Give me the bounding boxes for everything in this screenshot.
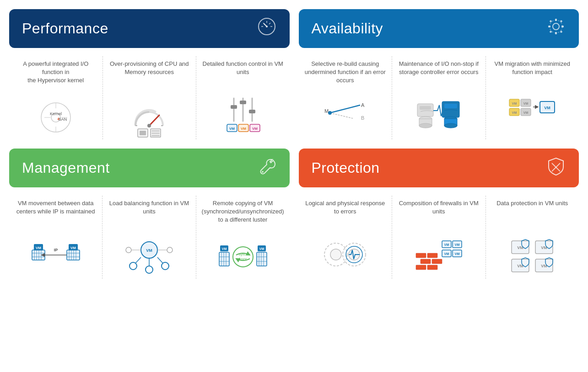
- svg-line-4: [269, 23, 270, 24]
- svg-rect-44: [561, 26, 564, 27]
- performance-features: A powerful integrated I/O function inthe…: [9, 56, 290, 139]
- perf-feature-2-text: Over-provisioning of CPU and Memory reso…: [108, 60, 191, 87]
- svg-line-104: [157, 257, 163, 263]
- perf-feature-1: A powerful integrated I/O function inthe…: [9, 56, 103, 139]
- prot-feature-2-text: Composition of firewalls in VM units: [398, 199, 480, 227]
- svg-rect-22: [140, 131, 146, 135]
- performance-header: Performance: [9, 9, 290, 48]
- svg-line-52: [330, 105, 360, 113]
- svg-rect-25: [151, 133, 160, 134]
- svg-point-109: [167, 247, 173, 253]
- prot-feature-1-image: [320, 234, 370, 275]
- perf-feature-3: Detailed function control in VM units: [196, 56, 290, 139]
- svg-text:Sync /: Sync /: [238, 253, 248, 256]
- svg-text:VM: VM: [455, 252, 460, 255]
- svg-text:M: M: [324, 108, 329, 114]
- management-icon: [257, 156, 277, 180]
- svg-text:VM: VM: [512, 102, 517, 105]
- svg-point-107: [126, 247, 131, 253]
- protection-title: Protection: [312, 159, 380, 176]
- availability-header: Availability: [299, 9, 579, 48]
- protection-features: Logical and physical response to errors: [299, 196, 579, 279]
- prot-feature-1: Logical and physical response to errors: [299, 196, 393, 279]
- mgmt-feature-2: Load balancing function in VM units VM: [102, 196, 196, 279]
- svg-rect-24: [151, 130, 160, 132]
- mgmt-feature-1-image: VM IP: [31, 234, 81, 275]
- mgmt-feature-3-image: VM: [218, 234, 268, 275]
- management-section: Management VM movement between data cent…: [9, 149, 290, 279]
- svg-rect-111: [219, 252, 229, 266]
- svg-rect-55: [417, 104, 433, 117]
- protection-header: Protection: [299, 149, 579, 187]
- perf-feature-2: Over-provisioning of CPU and Memory reso…: [103, 56, 197, 139]
- protection-icon: [546, 156, 566, 180]
- perf-feature-1-text: A powerful integrated I/O function inthe…: [15, 60, 97, 87]
- avail-feature-2-text: Maintenance of I/O non-stop if storage c…: [398, 60, 480, 87]
- svg-rect-42: [555, 32, 557, 34]
- svg-text:VM: VM: [545, 106, 551, 110]
- perf-feature-2-image: [124, 95, 174, 136]
- svg-point-18: [147, 124, 151, 128]
- svg-rect-48: [560, 31, 563, 33]
- svg-text:VM: VM: [444, 243, 449, 246]
- svg-rect-137: [416, 253, 426, 258]
- availability-section: Availability: [299, 9, 579, 139]
- svg-rect-138: [427, 253, 437, 258]
- svg-text:VM: VM: [523, 111, 529, 114]
- svg-point-40: [550, 20, 562, 33]
- performance-section: Performance: [9, 9, 290, 139]
- svg-point-64: [444, 123, 457, 128]
- availability-icon: [546, 16, 566, 41]
- svg-rect-56: [420, 106, 431, 110]
- svg-text:VM: VM: [252, 127, 258, 131]
- svg-rect-90: [67, 250, 80, 260]
- perf-feature-3-text: Detailed function control in VM units: [202, 60, 284, 87]
- svg-text:VM: VM: [512, 111, 517, 114]
- performance-icon: [257, 16, 277, 41]
- perf-feature-3-image: VM VM VM: [218, 95, 268, 136]
- svg-text:VM: VM: [455, 243, 460, 246]
- avail-feature-2: Maintenance of I/O non-stop if storage c…: [392, 56, 486, 139]
- management-title: Management: [22, 159, 110, 176]
- availability-title: Availability: [312, 20, 383, 37]
- svg-text:B: B: [361, 115, 364, 121]
- svg-text:VM: VM: [241, 127, 246, 131]
- svg-rect-122: [257, 252, 267, 266]
- avail-feature-1-image: M A B: [320, 95, 370, 136]
- management-features: VM movement between data centers while I…: [9, 196, 290, 279]
- svg-point-134: [330, 249, 341, 260]
- svg-text:IP: IP: [54, 248, 58, 252]
- svg-point-119: [233, 247, 253, 267]
- svg-line-17: [149, 115, 159, 126]
- svg-point-61: [419, 123, 432, 128]
- svg-rect-140: [432, 259, 442, 264]
- mgmt-feature-1: VM movement between data centers while I…: [9, 196, 102, 279]
- svg-text:VM: VM: [523, 102, 529, 105]
- performance-title: Performance: [22, 20, 108, 37]
- svg-point-39: [553, 23, 559, 30]
- svg-rect-43: [548, 26, 550, 27]
- availability-features: Selective re-build causing undermined fu…: [299, 56, 579, 139]
- avail-feature-3-text: VM migration with minimized function imp…: [491, 60, 574, 87]
- svg-text:VM: VM: [36, 246, 41, 250]
- mgmt-feature-2-image: VM: [124, 234, 174, 275]
- svg-point-76: [262, 171, 264, 173]
- svg-line-53: [330, 113, 353, 118]
- svg-rect-142: [427, 265, 437, 270]
- svg-rect-31: [240, 101, 246, 104]
- prot-feature-2-image: VM VM VM VM: [414, 234, 464, 275]
- svg-point-105: [146, 266, 153, 273]
- svg-text:VM: VM: [259, 247, 264, 250]
- svg-point-7: [266, 26, 268, 27]
- mgmt-feature-3-text: Remote copying of VM (synchronized/unsyn…: [202, 199, 284, 227]
- svg-rect-30: [231, 105, 237, 109]
- top-row: Performance: [9, 9, 579, 139]
- perf-feature-1-image: Kernel + SAN: [31, 95, 81, 136]
- prot-feature-3-image: VM VM VM: [507, 234, 557, 275]
- svg-rect-26: [151, 135, 160, 136]
- avail-feature-3: VM migration with minimized function imp…: [486, 56, 579, 139]
- avail-feature-2-image: [414, 95, 464, 136]
- mgmt-feature-1-text: VM movement between data centers while I…: [15, 199, 97, 227]
- svg-rect-45: [550, 20, 552, 23]
- svg-point-54: [328, 111, 332, 115]
